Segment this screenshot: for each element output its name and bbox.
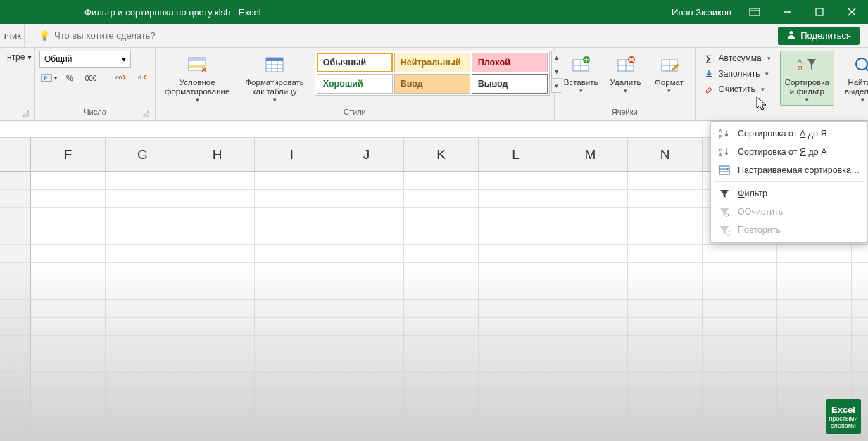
cell[interactable]	[404, 409, 479, 427]
cell-style-gallery[interactable]: Обычный Нейтральный Плохой Хороший Ввод …	[315, 51, 550, 96]
cell[interactable]	[553, 428, 628, 441]
cell[interactable]	[255, 208, 329, 226]
cell[interactable]	[329, 172, 404, 189]
cell[interactable]	[255, 318, 329, 335]
style-normal[interactable]: Обычный	[317, 53, 393, 72]
cell[interactable]	[255, 354, 329, 372]
delete-button[interactable]: Удалить ▾	[605, 51, 647, 106]
col-header[interactable]: H	[180, 138, 255, 171]
cell[interactable]	[180, 208, 255, 226]
cell[interactable]	[703, 391, 777, 409]
cell[interactable]	[31, 281, 106, 299]
dialog-launcher-icon[interactable]: ◿	[141, 108, 151, 117]
cell[interactable]	[255, 263, 329, 281]
cell[interactable]	[628, 373, 703, 390]
cell[interactable]	[404, 428, 479, 441]
col-header[interactable]: M	[553, 138, 628, 171]
cell[interactable]	[329, 391, 404, 409]
cell[interactable]	[553, 391, 628, 409]
cell[interactable]	[106, 172, 180, 189]
close-button[interactable]	[836, 0, 868, 24]
cell[interactable]	[628, 208, 703, 226]
cell[interactable]	[255, 281, 329, 299]
cell[interactable]	[703, 354, 777, 372]
cell[interactable]	[106, 281, 180, 299]
increase-decimal-button[interactable]: .00	[111, 70, 130, 86]
cell[interactable]	[777, 281, 852, 299]
cell[interactable]	[180, 391, 255, 409]
cell[interactable]	[31, 190, 106, 207]
cell[interactable]	[777, 263, 852, 281]
cell[interactable]	[31, 318, 106, 335]
cell[interactable]	[553, 373, 628, 390]
style-input[interactable]: Ввод	[394, 74, 470, 94]
cell[interactable]	[703, 336, 777, 354]
cell[interactable]	[106, 428, 180, 441]
cell[interactable]	[404, 190, 479, 207]
cell[interactable]	[329, 409, 404, 427]
cell[interactable]	[106, 373, 180, 390]
autosum-button[interactable]: ∑ Автосумма ▾	[700, 51, 774, 66]
cell[interactable]	[31, 172, 106, 189]
cell[interactable]	[777, 373, 852, 390]
tellme-input[interactable]	[54, 30, 265, 41]
cell[interactable]	[703, 428, 777, 441]
cell[interactable]	[479, 190, 553, 207]
cell[interactable]	[703, 263, 777, 281]
cell[interactable]	[255, 391, 329, 409]
select-all-corner[interactable]	[0, 138, 31, 171]
cell[interactable]	[255, 300, 329, 317]
cell[interactable]	[106, 208, 180, 226]
row-header[interactable]	[0, 190, 31, 207]
cell[interactable]	[628, 245, 703, 262]
cell[interactable]	[31, 336, 106, 354]
cell[interactable]	[628, 226, 703, 244]
cell[interactable]	[553, 336, 628, 354]
cell[interactable]	[329, 336, 404, 354]
row-header[interactable]	[0, 391, 31, 409]
cell[interactable]	[479, 391, 553, 409]
cell[interactable]	[106, 336, 180, 354]
col-header[interactable]: I	[255, 138, 329, 171]
cell[interactable]	[180, 300, 255, 317]
cell[interactable]	[31, 409, 106, 427]
cell[interactable]	[329, 428, 404, 441]
cell[interactable]	[553, 172, 628, 189]
cell[interactable]	[404, 354, 479, 372]
cell[interactable]	[553, 409, 628, 427]
cell[interactable]	[31, 428, 106, 441]
col-header[interactable]: F	[31, 138, 106, 171]
cell[interactable]	[777, 318, 852, 335]
cell[interactable]	[329, 281, 404, 299]
cell[interactable]	[404, 263, 479, 281]
cell[interactable]	[628, 281, 703, 299]
format-as-table-button[interactable]: Форматировать как таблицу ▾	[240, 51, 308, 106]
cell[interactable]	[628, 354, 703, 372]
cell[interactable]	[180, 245, 255, 262]
cell[interactable]	[31, 300, 106, 317]
cell[interactable]	[106, 263, 180, 281]
row-header[interactable]	[0, 336, 31, 354]
decrease-decimal-button[interactable]: .0	[132, 70, 151, 86]
cell[interactable]	[31, 226, 106, 244]
row-header[interactable]	[0, 428, 31, 441]
cell[interactable]	[106, 409, 180, 427]
cell[interactable]	[628, 172, 703, 189]
cell[interactable]	[404, 226, 479, 244]
cell[interactable]	[479, 226, 553, 244]
cell[interactable]	[106, 226, 180, 244]
cell[interactable]	[404, 281, 479, 299]
cell[interactable]	[628, 391, 703, 409]
share-button[interactable]: Поделиться	[778, 27, 860, 45]
cell[interactable]	[180, 190, 255, 207]
cell[interactable]	[404, 336, 479, 354]
cell[interactable]	[628, 263, 703, 281]
style-neutral[interactable]: Нейтральный	[394, 53, 470, 72]
cell[interactable]	[777, 245, 852, 262]
cell[interactable]	[329, 300, 404, 317]
percent-button[interactable]: %	[61, 70, 79, 86]
cell[interactable]	[404, 208, 479, 226]
cell[interactable]	[628, 318, 703, 335]
merge-center-button[interactable]: нтре ▾	[4, 51, 34, 63]
cell[interactable]	[479, 373, 553, 390]
